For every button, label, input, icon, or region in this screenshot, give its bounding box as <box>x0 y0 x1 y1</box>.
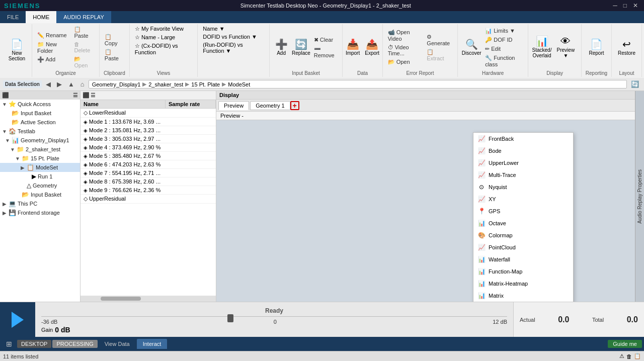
view-favorite[interactable]: ☆ My Favorite View <box>133 25 186 33</box>
view-name-large[interactable]: ☆ Name - Large <box>133 34 177 41</box>
export-btn[interactable]: 📤 Export <box>363 38 381 57</box>
tree-active-section[interactable]: 📂 Active Section <box>0 118 80 127</box>
tree-this-pc[interactable]: ▶ 💻 This PC <box>0 199 80 208</box>
function-class-btn[interactable]: 🔧 Function class <box>483 54 525 68</box>
tree-2-shaker[interactable]: ▼ 📁 2_shaker_test <box>0 145 80 154</box>
title-bar-controls[interactable]: ─ □ ✕ <box>611 2 640 9</box>
row-mode-1[interactable]: ◈ Mode 1 : 133.678 Hz, 3.69 % AMPS <box>80 118 216 126</box>
timeline-thumb[interactable] <box>227 314 233 322</box>
home-btn[interactable]: ⌂ <box>78 79 87 89</box>
tree-geometry-display[interactable]: ▼ 📊 Geometry_Display1 <box>0 136 80 145</box>
stacked-btn[interactable]: 📊 Stacked/Overlaid <box>531 35 552 59</box>
paste-btn[interactable]: 📋 Paste <box>103 48 126 62</box>
menu-function-map[interactable]: 📊 Function-Map <box>473 265 573 278</box>
restore-btn[interactable]: ↩ Restore <box>616 38 637 57</box>
menu-frontback[interactable]: 📈 FrontBack <box>473 133 573 145</box>
preview-btn[interactable]: 👁 Preview ▼ <box>553 35 578 59</box>
menu-colormap[interactable]: 🎨 Colormap <box>473 229 573 241</box>
run-dofid-select[interactable]: (Run-DOFID) vs Function ▼ <box>201 41 266 54</box>
processing-btn[interactable]: PROCESSING <box>52 340 97 348</box>
menu-gps[interactable]: 📍 GPS <box>473 205 573 217</box>
tab-view-data[interactable]: View Data <box>99 339 136 349</box>
play-button[interactable] <box>0 302 35 337</box>
row-mode-4[interactable]: ◈ Mode 4 : 373.469 Hz, 2.90 % <box>80 143 216 152</box>
menu-matrix[interactable]: 📊 Matrix <box>473 290 573 302</box>
tree-frontend-storage[interactable]: ▶ 💾 Frontend storage <box>0 208 80 217</box>
delete-btn[interactable]: 🗑 Delete <box>72 40 96 54</box>
up-btn[interactable]: ▲ <box>66 79 76 89</box>
menu-waterfall[interactable]: 📊 Waterfall <box>473 253 573 265</box>
menu-octave[interactable]: 📊 Octave <box>473 217 573 229</box>
extract-btn[interactable]: 📋 Extract <box>425 48 454 62</box>
tab-preview[interactable]: Preview <box>218 101 249 110</box>
desktop-btn[interactable]: DESKTOP <box>17 340 51 348</box>
menu-matrix-heatmap[interactable]: 📊 Matrix-Heatmap <box>473 278 573 290</box>
menu-pointcloud[interactable]: 📈 PointCloud <box>473 241 573 253</box>
tree-modeset[interactable]: ▶ 📋 ModeSet <box>0 163 80 172</box>
open-btn[interactable]: 📂 Open <box>72 55 96 69</box>
row-mode-8[interactable]: ◈ Mode 8 : 675.398 Hz, 2.60 % AMPS <box>80 177 216 186</box>
video-time-btn[interactable]: ⏱ Video Time... <box>386 43 424 57</box>
row-mode-9[interactable]: ◈ Mode 9 : 766.626 Hz, 2.36 % <box>80 186 216 195</box>
tree-testlab[interactable]: ▼ 🏠 Testlab <box>0 127 80 136</box>
menu-upperlower[interactable]: 📈 UpperLower <box>473 157 573 169</box>
menu-multitrace[interactable]: 📈 Multi-Trace <box>473 169 573 181</box>
tab-file[interactable]: FILE <box>0 11 26 23</box>
tab-interact[interactable]: Interact <box>137 339 168 349</box>
copy-btn[interactable]: 📋 Copy <box>103 33 126 47</box>
apps-icon[interactable]: ⊞ <box>2 340 16 348</box>
add-tab-btn[interactable]: + <box>290 101 299 110</box>
new-folder-btn[interactable]: 📁 New Folder <box>35 40 71 55</box>
maximize-btn[interactable]: □ <box>621 2 629 9</box>
forward-btn[interactable]: ▶ <box>55 79 64 89</box>
generate-btn[interactable]: ⚙ Generate <box>425 33 454 47</box>
open-err-btn[interactable]: 📂 Open <box>386 58 424 66</box>
input-basket-replace-btn[interactable]: 🔄 Replace <box>291 38 311 57</box>
row-mode-3[interactable]: ◈ Mode 3 : 305.033 Hz, 2.97 % AMPS <box>80 135 216 143</box>
view-cx-dofid[interactable]: ☆ (Cx-DOFID) vs Function <box>133 42 194 56</box>
menu-bode[interactable]: 📈 Bode <box>473 145 573 157</box>
paste-organize-btn[interactable]: 📋 Paste <box>72 25 96 40</box>
row-mode-5[interactable]: ◈ Mode 5 : 385.480 Hz, 2.67 % <box>80 152 216 160</box>
view-toggle-2[interactable]: ☰ <box>91 92 96 99</box>
tree-15pt-plate[interactable]: ▼ 📁 15 Pt. Plate <box>0 154 80 163</box>
rename-btn[interactable]: ✏️ Rename <box>35 31 71 40</box>
remove-btn[interactable]: ➖ Remove <box>312 45 340 59</box>
refresh-btn[interactable]: 🔄 <box>629 79 641 89</box>
horizontal-scrollbar[interactable] <box>80 296 216 302</box>
discover-btn[interactable]: 🔍 Discover <box>461 38 482 57</box>
dofid-vs-function-select[interactable]: DOFID vs Function ▼ <box>201 33 259 40</box>
name-select[interactable]: Name ▼ <box>201 25 226 32</box>
menu-xy[interactable]: 📈 XY <box>473 193 573 205</box>
row-mode-7[interactable]: ◈ Mode 7 : 554.195 Hz, 2.71 % AMPS <box>80 169 216 177</box>
new-section-btn[interactable]: 📄 NewSection <box>7 38 27 62</box>
report-btn[interactable]: 📄 Report <box>587 38 606 57</box>
tree-input-basket[interactable]: 📂 Input Basket <box>0 109 80 118</box>
edit-btn[interactable]: ✏ Edit <box>483 45 525 53</box>
minimize-btn[interactable]: ─ <box>611 2 619 9</box>
open-video-btn[interactable]: 📹 Open Video <box>386 28 424 43</box>
limits-btn[interactable]: 📊 Limits ▼ <box>483 27 525 35</box>
view-toggle-1[interactable]: ⬛ <box>83 92 90 99</box>
tree-quick-access[interactable]: ▼ ⭐ Quick Access <box>0 100 80 109</box>
tab-home[interactable]: HOME <box>26 11 56 23</box>
row-upper-residual[interactable]: ◇ UpperResidual <box>80 195 216 204</box>
tree-geometry[interactable]: △ Geometry <box>0 181 80 190</box>
tab-geometry1[interactable]: Geometry 1 <box>250 101 290 110</box>
row-lower-residual[interactable]: ◇ LowerResidual <box>80 109 216 118</box>
tab-audio-replay[interactable]: AUDIO REPLAY <box>56 11 111 23</box>
timeline-track[interactable] <box>41 316 507 317</box>
row-mode-6[interactable]: ◈ Mode 6 : 474.203 Hz, 2.63 % <box>80 160 216 169</box>
scrollbar-thumb[interactable] <box>101 297 141 301</box>
menu-nyquist[interactable]: ⊙ Nyquist <box>473 181 573 193</box>
tree-input-basket2[interactable]: 📂 Input Basket <box>0 190 80 199</box>
back-btn[interactable]: ◀ <box>44 79 53 89</box>
clear-btn[interactable]: ✖ Clear <box>312 36 340 44</box>
import-btn[interactable]: 📥 Import <box>344 38 362 57</box>
input-basket-add-btn[interactable]: ➕ Add <box>272 38 290 57</box>
row-mode-2[interactable]: ◈ Mode 2 : 135.081 Hz, 3.23 % AMPS <box>80 126 216 135</box>
guide-me-btn[interactable]: Guide me <box>608 340 642 348</box>
address-path[interactable]: Geometry_Display1 ▶ 2_shaker_test ▶ 15 P… <box>89 80 627 88</box>
add-btn[interactable]: ➕ Add <box>35 55 71 64</box>
tree-run1[interactable]: ▶ Run 1 <box>0 172 80 181</box>
